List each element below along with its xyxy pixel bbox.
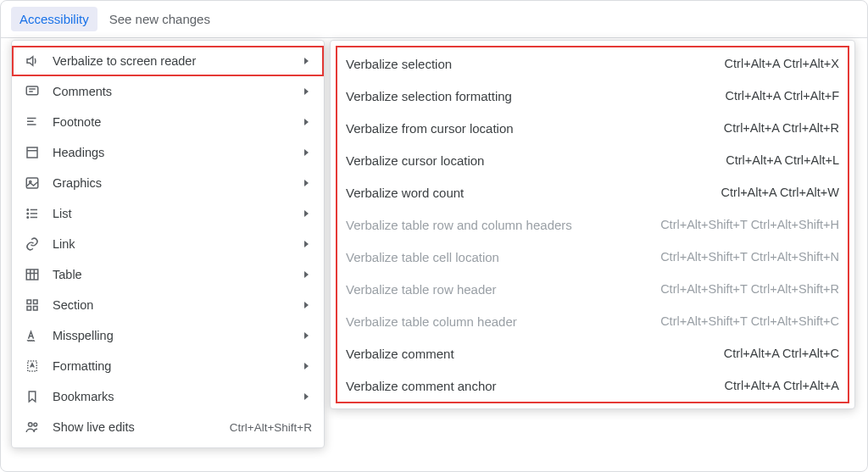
headings-icon	[24, 144, 41, 161]
svg-point-4	[27, 209, 29, 211]
submenu-item[interactable]: Verbalize selection formattingCtrl+Alt+A…	[331, 80, 854, 112]
chevron-right-icon	[302, 330, 312, 341]
submenu-item: Verbalize table column headerCtrl+Alt+Sh…	[331, 305, 854, 337]
bookmark-icon	[24, 388, 41, 405]
misspelling-icon	[24, 327, 41, 344]
menu-list[interactable]: List	[12, 198, 324, 229]
svg-rect-11	[34, 307, 38, 311]
submenu-shortcut: Ctrl+Alt+Shift+T Ctrl+Alt+Shift+C	[660, 314, 839, 328]
menubar-accessibility[interactable]: Accessibility	[11, 7, 97, 31]
submenu-label: Verbalize table row header	[346, 282, 647, 297]
menu-label: List	[53, 207, 290, 220]
svg-point-13	[29, 423, 33, 427]
svg-rect-7	[26, 269, 38, 280]
svg-rect-9	[34, 300, 38, 304]
speaker-icon	[24, 53, 41, 69]
submenu-item[interactable]: Verbalize commentCtrl+Alt+A Ctrl+Alt+C	[331, 337, 854, 369]
chevron-right-icon	[302, 269, 312, 280]
link-icon	[24, 236, 41, 253]
submenu-item[interactable]: Verbalize selectionCtrl+Alt+A Ctrl+Alt+X	[331, 47, 854, 80]
menu-bookmarks[interactable]: Bookmarks	[12, 381, 324, 412]
chevron-right-icon	[302, 300, 312, 310]
chevron-right-icon	[302, 391, 312, 402]
svg-rect-1	[27, 147, 37, 158]
submenu-item[interactable]: Verbalize word countCtrl+Alt+A Ctrl+Alt+…	[331, 176, 854, 208]
menu-verbalize-to-screen-reader[interactable]: Verbalize to screen reader	[12, 46, 324, 76]
submenu-shortcut: Ctrl+Alt+A Ctrl+Alt+L	[726, 153, 839, 167]
svg-rect-10	[27, 307, 31, 311]
submenu-label: Verbalize table column header	[346, 314, 647, 329]
svg-rect-8	[27, 300, 31, 304]
submenu-item[interactable]: Verbalize from cursor locationCtrl+Alt+A…	[331, 112, 854, 144]
comments-icon	[24, 83, 41, 100]
submenu-shortcut: Ctrl+Alt+A Ctrl+Alt+X	[725, 57, 839, 70]
menu-label: Show live edits	[53, 420, 218, 434]
chevron-right-icon	[302, 56, 312, 66]
submenu-shortcut: Ctrl+Alt+Shift+T Ctrl+Alt+Shift+N	[660, 250, 839, 264]
svg-point-5	[27, 213, 29, 214]
menu-table[interactable]: Table	[12, 259, 324, 290]
menu-label: Footnote	[53, 115, 290, 129]
menu-footnote[interactable]: Footnote	[12, 107, 324, 137]
submenu-item: Verbalize table row and column headersCt…	[331, 208, 854, 241]
submenu-shortcut: Ctrl+Alt+A Ctrl+Alt+W	[721, 186, 839, 199]
chevron-right-icon	[302, 208, 312, 219]
menu-label: Formatting	[53, 359, 290, 373]
chevron-right-icon	[302, 117, 312, 127]
menu-label: Verbalize to screen reader	[53, 54, 290, 68]
submenu-item[interactable]: Verbalize comment anchorCtrl+Alt+A Ctrl+…	[331, 369, 854, 402]
submenu-label: Verbalize table row and column headers	[346, 218, 647, 232]
verbalize-submenu: Verbalize selectionCtrl+Alt+A Ctrl+Alt+X…	[330, 40, 855, 409]
chevron-right-icon	[302, 361, 312, 371]
accessibility-dropdown: Verbalize to screen reader Comments Foot…	[11, 40, 325, 448]
submenu-shortcut: Ctrl+Alt+A Ctrl+Alt+F	[725, 89, 839, 103]
submenu-label: Verbalize selection formatting	[346, 89, 711, 103]
submenu-label: Verbalize cursor location	[346, 153, 712, 168]
menu-link[interactable]: Link	[12, 229, 324, 259]
menubar: Accessibility See new changes	[1, 1, 867, 38]
svg-point-6	[27, 217, 29, 219]
menu-label: Comments	[53, 85, 290, 98]
chevron-right-icon	[302, 239, 312, 249]
submenu-shortcut: Ctrl+Alt+A Ctrl+Alt+C	[724, 347, 839, 360]
menu-label: Headings	[53, 146, 290, 159]
menu-label: Section	[53, 298, 290, 312]
submenu-label: Verbalize word count	[346, 186, 708, 200]
menu-label: Graphics	[53, 176, 290, 190]
list-icon	[24, 205, 41, 222]
submenu-label: Verbalize from cursor location	[346, 121, 710, 136]
submenu-shortcut: Ctrl+Alt+Shift+T Ctrl+Alt+Shift+R	[660, 282, 839, 296]
menu-label: Misspelling	[53, 329, 290, 342]
submenu-label: Verbalize comment anchor	[346, 379, 711, 393]
menu-graphics[interactable]: Graphics	[12, 168, 324, 198]
menu-label: Table	[53, 268, 290, 281]
submenu-label: Verbalize comment	[346, 347, 710, 361]
svg-point-14	[34, 423, 37, 426]
submenu-item: Verbalize table cell locationCtrl+Alt+Sh…	[331, 241, 854, 273]
submenu-shortcut: Ctrl+Alt+A Ctrl+Alt+A	[725, 379, 839, 392]
menu-shortcut: Ctrl+Alt+Shift+R	[230, 421, 312, 434]
footnote-icon	[24, 114, 41, 130]
window-frame: Accessibility See new changes Verbalize …	[0, 0, 868, 472]
menu-section[interactable]: Section	[12, 290, 324, 320]
section-icon	[24, 297, 41, 314]
menu-label: Link	[53, 237, 290, 251]
menu-misspelling[interactable]: Misspelling	[12, 320, 324, 351]
submenu-shortcut: Ctrl+Alt+A Ctrl+Alt+R	[724, 121, 839, 135]
svg-rect-0	[26, 86, 38, 95]
chevron-right-icon	[302, 86, 312, 97]
table-icon	[24, 266, 41, 283]
menu-show-live-edits[interactable]: Show live edits Ctrl+Alt+Shift+R	[12, 412, 324, 442]
menubar-see-new-changes[interactable]: See new changes	[101, 7, 219, 31]
submenu-item[interactable]: Verbalize cursor locationCtrl+Alt+A Ctrl…	[331, 144, 854, 176]
menu-formatting[interactable]: Formatting	[12, 351, 324, 381]
submenu-item: Verbalize table row headerCtrl+Alt+Shift…	[331, 273, 854, 305]
formatting-icon	[24, 358, 41, 375]
submenu-label: Verbalize selection	[346, 57, 711, 71]
menu-headings[interactable]: Headings	[12, 137, 324, 168]
menu-comments[interactable]: Comments	[12, 76, 324, 107]
chevron-right-icon	[302, 178, 312, 188]
submenu-shortcut: Ctrl+Alt+Shift+T Ctrl+Alt+Shift+H	[660, 218, 839, 231]
menu-label: Bookmarks	[53, 390, 290, 403]
submenu-label: Verbalize table cell location	[346, 250, 647, 264]
